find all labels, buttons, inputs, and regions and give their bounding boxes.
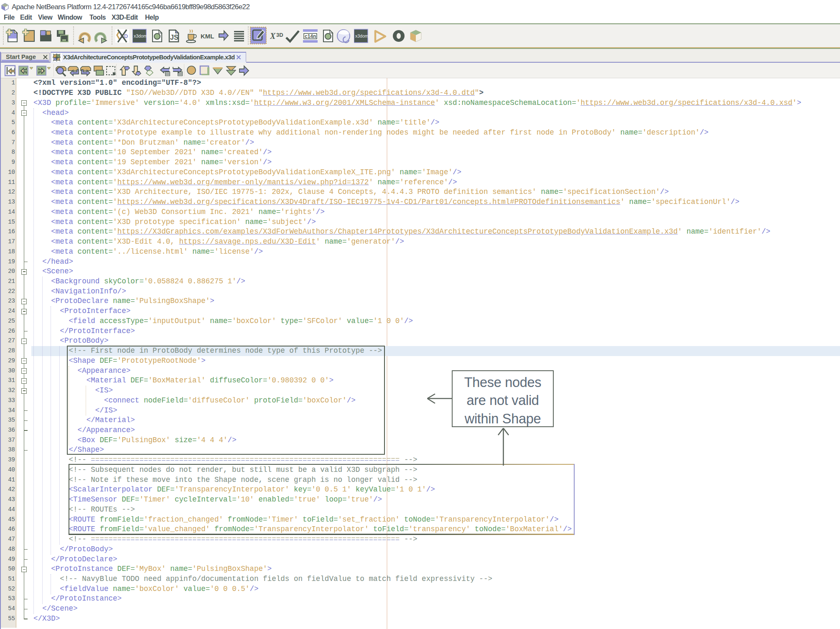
svg-text:X: X: [270, 31, 276, 41]
svg-text:KML: KML: [201, 33, 214, 40]
svg-text:x3dom: x3dom: [355, 33, 368, 38]
svg-text:3D: 3D: [276, 32, 283, 38]
svg-text:c14n: c14n: [305, 33, 316, 39]
svg-text:x3dom: x3dom: [134, 33, 147, 38]
svg-text:JS: JS: [170, 34, 178, 41]
